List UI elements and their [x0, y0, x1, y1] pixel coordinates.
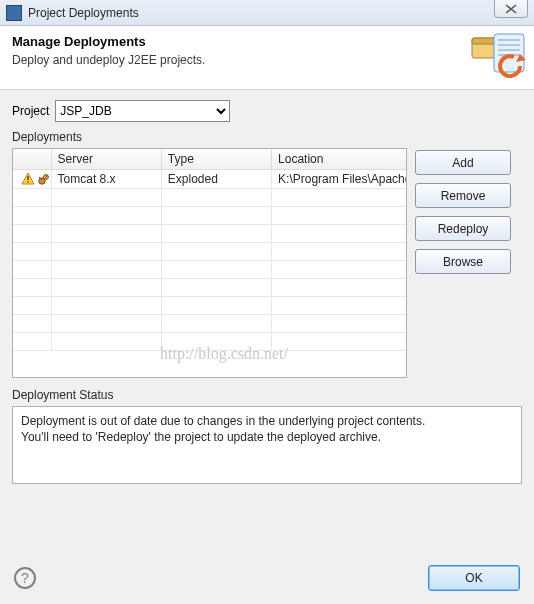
- redeploy-button[interactable]: Redeploy: [415, 216, 511, 241]
- cell-type: Exploded: [161, 170, 271, 189]
- help-icon: ?: [21, 570, 29, 586]
- titlebar: Project Deployments: [0, 0, 534, 26]
- close-button[interactable]: [494, 0, 528, 18]
- dialog-header: Manage Deployments Deploy and undeploy J…: [0, 26, 534, 90]
- cell-server: Tomcat 8.x: [51, 170, 161, 189]
- deployments-icon: [470, 32, 528, 82]
- col-server-header[interactable]: Server: [51, 149, 161, 170]
- table-row[interactable]: [13, 315, 406, 333]
- dialog-title: Manage Deployments: [12, 34, 522, 49]
- col-location-header[interactable]: Location: [272, 149, 406, 170]
- status-label: Deployment Status: [12, 388, 522, 402]
- col-type-header[interactable]: Type: [161, 149, 271, 170]
- window-title: Project Deployments: [28, 6, 139, 20]
- cell-location: K:\Program Files\Apache Software: [272, 170, 406, 189]
- browse-button[interactable]: Browse: [415, 249, 511, 274]
- table-row[interactable]: [13, 333, 406, 351]
- help-button[interactable]: ?: [14, 567, 36, 589]
- status-textarea[interactable]: Deployment is out of date due to changes…: [12, 406, 522, 484]
- ok-button[interactable]: OK: [428, 565, 520, 591]
- app-icon: [6, 5, 22, 21]
- deployments-table-wrap: Server Type Location: [12, 148, 407, 378]
- add-button[interactable]: Add: [415, 150, 511, 175]
- svg-rect-8: [27, 181, 28, 182]
- table-row[interactable]: [13, 207, 406, 225]
- deployments-table-scroll[interactable]: Server Type Location: [13, 149, 406, 377]
- col-icons-header[interactable]: [13, 149, 51, 170]
- table-header-row: Server Type Location: [13, 149, 406, 170]
- deployments-label: Deployments: [12, 130, 522, 144]
- remove-button[interactable]: Remove: [415, 183, 511, 208]
- status-line: You'll need to 'Redeploy' the project to…: [21, 429, 513, 445]
- table-row[interactable]: [13, 297, 406, 315]
- warning-icon: [21, 172, 35, 186]
- status-line: Deployment is out of date due to changes…: [21, 413, 513, 429]
- dialog-footer: ? OK: [0, 552, 534, 604]
- deployments-table: Server Type Location: [13, 149, 406, 351]
- svg-rect-7: [27, 176, 28, 180]
- table-row[interactable]: [13, 261, 406, 279]
- table-row[interactable]: [13, 279, 406, 297]
- table-row[interactable]: [13, 189, 406, 207]
- project-label: Project: [12, 104, 49, 118]
- dialog-body: Project JSP_JDB Deployments Server Type: [0, 90, 534, 484]
- table-row[interactable]: Tomcat 8.x Exploded K:\Program Files\Apa…: [13, 170, 406, 189]
- status-section: Deployment Status Deployment is out of d…: [12, 388, 522, 484]
- server-icon: [37, 172, 51, 186]
- table-row[interactable]: [13, 225, 406, 243]
- side-buttons: Add Remove Redeploy Browse: [415, 148, 511, 274]
- dialog-subtitle: Deploy and undeploy J2EE projects.: [12, 53, 522, 67]
- project-row: Project JSP_JDB: [12, 100, 522, 122]
- project-select[interactable]: JSP_JDB: [55, 100, 230, 122]
- table-row[interactable]: [13, 243, 406, 261]
- close-icon: [505, 4, 517, 14]
- deployments-area: Server Type Location: [12, 148, 522, 378]
